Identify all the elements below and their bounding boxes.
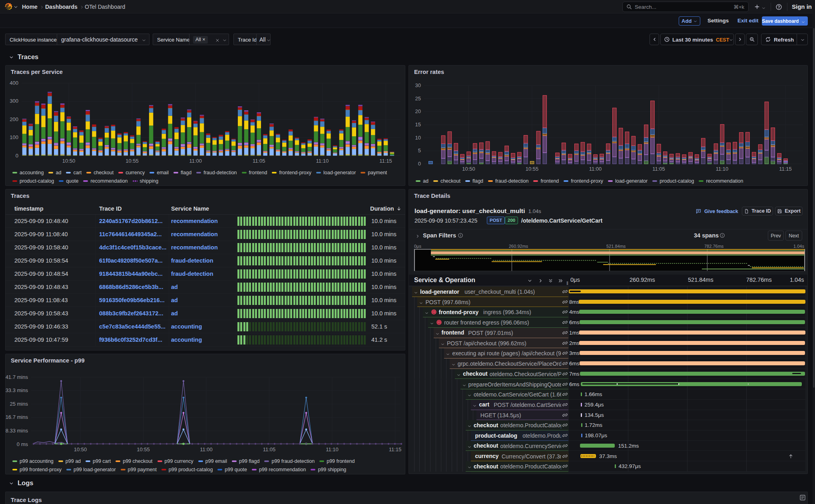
svg-text:25 mins: 25 mins bbox=[10, 401, 28, 407]
svg-text:11:00: 11:00 bbox=[200, 446, 213, 452]
svg-text:16.7 mins: 16.7 mins bbox=[6, 414, 28, 420]
svg-text:11:00: 11:00 bbox=[589, 166, 602, 172]
svg-text:10:55: 10:55 bbox=[126, 158, 139, 164]
svg-text:11:05: 11:05 bbox=[263, 446, 276, 452]
svg-text:33.3 mins: 33.3 mins bbox=[6, 387, 28, 393]
svg-text:10:50: 10:50 bbox=[62, 158, 76, 164]
svg-text:0: 0 bbox=[418, 161, 421, 167]
svg-text:10:50: 10:50 bbox=[462, 166, 475, 172]
svg-text:11:10: 11:10 bbox=[326, 446, 339, 452]
svg-text:11:10: 11:10 bbox=[316, 158, 329, 164]
svg-text:11:15: 11:15 bbox=[389, 446, 402, 452]
svg-text:30: 30 bbox=[415, 82, 421, 88]
svg-text:15: 15 bbox=[415, 122, 421, 127]
svg-text:10:55: 10:55 bbox=[526, 166, 539, 172]
svg-text:11:10: 11:10 bbox=[716, 166, 729, 172]
svg-text:300: 300 bbox=[10, 98, 18, 104]
svg-text:0: 0 bbox=[16, 153, 18, 159]
svg-text:8.33 mins: 8.33 mins bbox=[6, 428, 28, 434]
svg-text:20: 20 bbox=[415, 108, 421, 114]
svg-text:10:50: 10:50 bbox=[74, 446, 87, 452]
svg-text:11:05: 11:05 bbox=[253, 158, 265, 164]
svg-text:400: 400 bbox=[10, 80, 18, 86]
svg-text:41.7 mins: 41.7 mins bbox=[6, 374, 28, 380]
svg-text:10: 10 bbox=[415, 135, 421, 141]
svg-text:11:15: 11:15 bbox=[779, 166, 792, 172]
svg-text:11:15: 11:15 bbox=[379, 158, 392, 164]
svg-text:100: 100 bbox=[10, 134, 18, 140]
svg-text:10:55: 10:55 bbox=[137, 446, 150, 452]
svg-text:11:00: 11:00 bbox=[189, 158, 202, 164]
svg-text:11:05: 11:05 bbox=[652, 166, 665, 172]
svg-text:200: 200 bbox=[10, 116, 18, 122]
svg-text:0 ms: 0 ms bbox=[17, 441, 28, 447]
svg-text:25: 25 bbox=[415, 96, 421, 102]
svg-text:5: 5 bbox=[418, 147, 421, 153]
